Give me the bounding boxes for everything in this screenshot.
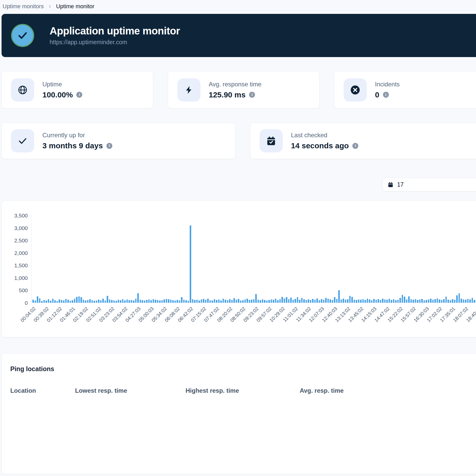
chart-bar[interactable]	[236, 300, 237, 303]
chart-bar[interactable]	[163, 299, 165, 303]
info-icon[interactable]: i	[352, 143, 358, 149]
chart-bar[interactable]	[201, 299, 202, 303]
chart-bar[interactable]	[393, 299, 395, 303]
chart-bar[interactable]	[196, 300, 198, 303]
chart-bar[interactable]	[192, 299, 194, 303]
chart-bar[interactable]	[459, 293, 460, 303]
info-icon[interactable]: i	[76, 92, 82, 98]
chart-bar[interactable]	[122, 299, 124, 303]
chart-bar[interactable]	[402, 295, 403, 303]
chart-bar[interactable]	[439, 299, 440, 303]
chart-bar[interactable]	[218, 299, 220, 303]
chart-bar[interactable]	[341, 299, 342, 303]
chart-bar[interactable]	[229, 299, 231, 303]
chart-bar[interactable]	[288, 299, 290, 303]
chart-bar[interactable]	[223, 299, 224, 303]
chart-bar[interactable]	[391, 300, 392, 303]
chart-bar[interactable]	[50, 301, 51, 303]
chart-bar[interactable]	[338, 290, 340, 303]
chart-bar[interactable]	[157, 300, 159, 303]
chart-bar[interactable]	[271, 299, 272, 303]
chart-bar[interactable]	[113, 300, 115, 303]
chart-bar[interactable]	[336, 299, 338, 303]
chart-bar[interactable]	[354, 300, 355, 303]
info-icon[interactable]: i	[106, 143, 112, 149]
chart-bar[interactable]	[281, 297, 283, 303]
chart-bar[interactable]	[373, 299, 375, 303]
chart-bar[interactable]	[474, 300, 475, 303]
chart-bar[interactable]	[408, 296, 410, 303]
chart-bar[interactable]	[319, 300, 320, 303]
chart-bar[interactable]	[286, 297, 287, 303]
chart-bar[interactable]	[321, 299, 322, 303]
chart-bar[interactable]	[161, 300, 163, 303]
chart-bar[interactable]	[260, 300, 261, 303]
chart-bar[interactable]	[126, 299, 128, 303]
chart-bar[interactable]	[52, 299, 54, 303]
chart-bar[interactable]	[382, 299, 383, 303]
chart-bar[interactable]	[198, 300, 200, 303]
chart-bar[interactable]	[255, 294, 257, 303]
chart-bar[interactable]	[124, 300, 126, 303]
chart-bar[interactable]	[240, 300, 242, 303]
chart-bar[interactable]	[367, 299, 368, 303]
chart-bar[interactable]	[262, 299, 263, 303]
chart-bar[interactable]	[299, 300, 300, 303]
chart-bar[interactable]	[284, 298, 285, 303]
chart-bar[interactable]	[356, 300, 357, 303]
chart-bar[interactable]	[94, 301, 95, 303]
chart-bar[interactable]	[406, 299, 408, 303]
chart-bar[interactable]	[150, 300, 152, 303]
chart-bar[interactable]	[384, 299, 386, 303]
chart-bar[interactable]	[371, 300, 373, 303]
chart-bar[interactable]	[258, 300, 259, 303]
chart-bar[interactable]	[107, 296, 108, 303]
chart-bar[interactable]	[78, 296, 80, 303]
chart-bar[interactable]	[70, 301, 71, 303]
chart-bar[interactable]	[389, 299, 390, 303]
chart-bar[interactable]	[362, 299, 364, 303]
chart-bar[interactable]	[135, 299, 137, 303]
chart-bar[interactable]	[146, 300, 148, 303]
chart-bar[interactable]	[334, 297, 335, 303]
chart-bar[interactable]	[264, 300, 266, 303]
chart-bar[interactable]	[347, 299, 349, 303]
chart-bar[interactable]	[295, 299, 296, 303]
chart-bar[interactable]	[172, 300, 174, 303]
chart-bar[interactable]	[48, 299, 49, 303]
chart-bar[interactable]	[32, 300, 34, 303]
chart-bar[interactable]	[456, 295, 458, 303]
chart-bar[interactable]	[277, 300, 279, 303]
chart-bar[interactable]	[35, 300, 36, 303]
chart-bar[interactable]	[323, 300, 325, 303]
chart-bar[interactable]	[465, 300, 466, 303]
info-icon[interactable]: i	[249, 92, 255, 98]
chart-bar[interactable]	[376, 300, 377, 303]
chart-bar[interactable]	[83, 300, 84, 303]
chart-bar[interactable]	[351, 297, 353, 303]
chart-bar[interactable]	[316, 298, 318, 303]
chart-bar[interactable]	[91, 300, 93, 303]
chart-bar[interactable]	[87, 300, 89, 303]
chart-bar[interactable]	[290, 298, 292, 303]
chart-bar[interactable]	[120, 300, 121, 303]
chart-bar[interactable]	[159, 300, 161, 303]
info-icon[interactable]: i	[383, 92, 389, 98]
chart-bar[interactable]	[96, 300, 97, 303]
chart-bar[interactable]	[404, 297, 405, 303]
chart-bar[interactable]	[105, 300, 106, 303]
chart-bar[interactable]	[179, 300, 180, 303]
chart-bar[interactable]	[216, 300, 217, 303]
chart-bar[interactable]	[45, 300, 47, 303]
chart-bar[interactable]	[142, 300, 143, 303]
chart-bar[interactable]	[100, 300, 102, 303]
chart-bar[interactable]	[203, 299, 204, 303]
chart-bar[interactable]	[249, 300, 250, 303]
chart-bar[interactable]	[140, 300, 141, 303]
chart-bar[interactable]	[463, 299, 464, 303]
chart-bar[interactable]	[102, 299, 104, 303]
chart-bar[interactable]	[349, 296, 351, 303]
chart-bar[interactable]	[292, 300, 294, 303]
chart-bar[interactable]	[380, 300, 381, 303]
chart-bar[interactable]	[310, 300, 312, 303]
